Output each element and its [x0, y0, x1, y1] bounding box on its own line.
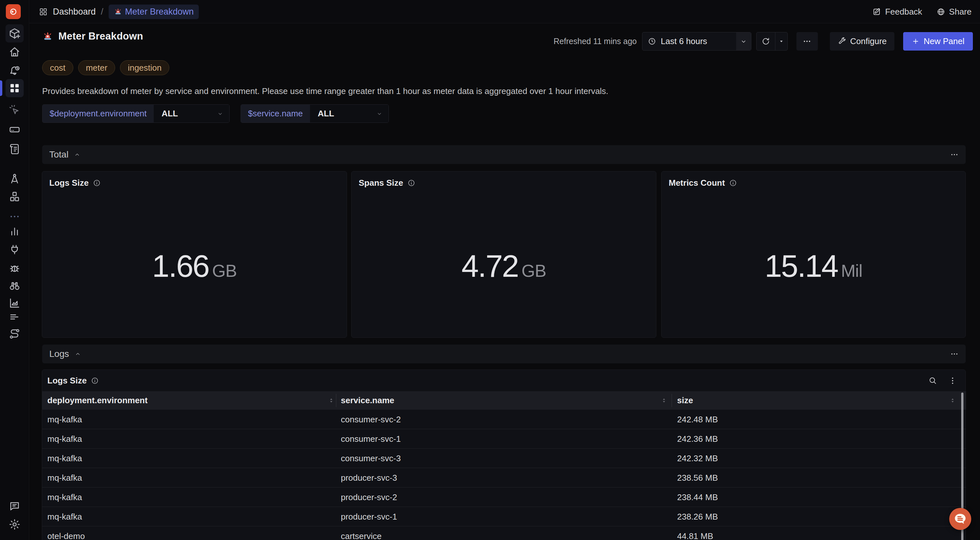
stat-number: 1.66 [152, 248, 209, 284]
section-total[interactable]: Total [42, 145, 966, 164]
table-row: mq-kafkaproducer-svc-3238.56 MB [42, 468, 966, 488]
clock-icon [648, 37, 656, 46]
dashboard-controls: Refreshed 11 mins ago Last 6 hours Confi… [554, 32, 973, 51]
sort-icon[interactable] [949, 397, 956, 404]
stat-number: 4.72 [461, 248, 518, 284]
variable-label: $deployment.environment [43, 105, 154, 122]
variable-select[interactable]: ALL [310, 105, 389, 122]
table-row: mq-kafkaconsumer-svc-2242.48 MB [42, 410, 966, 429]
stat-value: 1.66GB [152, 248, 237, 284]
table-row: mq-kafkaproducer-svc-1238.26 MB [42, 507, 966, 526]
dashboard-tags: costmeteringestion [42, 60, 169, 75]
sidebar-item-infrastructure[interactable] [5, 121, 24, 139]
search-icon[interactable] [928, 376, 937, 385]
section-logs[interactable]: Logs [42, 345, 966, 363]
sidebar-item-traces[interactable] [5, 101, 24, 119]
sidebar-item-apm[interactable] [5, 170, 24, 188]
stat-unit: Mil [841, 260, 862, 281]
column-header-deployment.environment[interactable]: deployment.environment [47, 391, 148, 410]
sidebar-item-logs[interactable] [5, 140, 24, 158]
table-cell-size: 242.36 MB [677, 429, 718, 449]
home-icon [8, 46, 21, 58]
tag-ingestion[interactable]: ingestion [120, 60, 169, 75]
stat-panel-metrics-count: Metrics Count15.14Mil [661, 171, 966, 338]
section-total-label: Total [49, 149, 68, 160]
signoz-logo[interactable] [6, 4, 21, 19]
stat-value: 15.14Mil [765, 248, 862, 284]
sidebar-item-settings[interactable] [5, 515, 24, 534]
sidebar-item-explorer[interactable] [5, 277, 24, 295]
sidebar-item-metrics[interactable] [5, 222, 24, 240]
sort-icon[interactable] [660, 397, 668, 404]
table-row: mq-kafkaproducer-svc-2238.44 MB [42, 488, 966, 507]
stat-panel-header: Logs Size [42, 172, 347, 188]
sidebar-item-pipelines[interactable] [5, 325, 24, 343]
sidebar-item-home[interactable] [5, 43, 24, 61]
kebab-menu-icon[interactable] [948, 376, 957, 385]
info-icon [91, 376, 99, 385]
sidebar-active-indicator [0, 80, 2, 96]
chevron-down-icon [217, 111, 223, 117]
configure-label: Configure [850, 36, 887, 46]
caret-down-icon [778, 38, 784, 44]
variable-group-1: $deployment.environmentALL [42, 104, 230, 123]
chevron-down-icon [376, 111, 383, 117]
package-plus-icon [8, 27, 21, 40]
table-row: mq-kafkaconsumer-svc-1242.36 MB [42, 429, 966, 449]
table-cell-size: 238.56 MB [677, 468, 718, 488]
sort-icon[interactable] [328, 397, 335, 404]
gear-icon [8, 518, 21, 530]
sidebar-item-billing[interactable] [5, 308, 24, 326]
table-cell-deployment.environment: otel-demo [47, 526, 85, 540]
chat-bubble-icon [953, 511, 968, 526]
new-panel-label: New Panel [924, 36, 964, 46]
sidebar-item-messaging-queues[interactable] [5, 188, 24, 206]
list-lines-icon [8, 311, 21, 323]
sidebar-item-integrations[interactable] [5, 240, 24, 259]
stat-panel-header: Spans Size [352, 172, 656, 188]
sidebar-item-exceptions[interactable] [5, 259, 24, 277]
sidebar-item-alerts[interactable] [5, 62, 24, 80]
refresh-interval-button[interactable] [775, 32, 788, 50]
variable-value: ALL [162, 109, 178, 119]
tag-meter[interactable]: meter [78, 60, 115, 75]
refresh-icon [761, 37, 770, 46]
refresh-button[interactable] [757, 32, 775, 50]
section-total-more-icon[interactable] [950, 150, 959, 159]
time-range-chevron[interactable] [736, 32, 751, 50]
feedback-button[interactable]: Feedback [872, 7, 922, 17]
table-cell-deployment.environment: mq-kafka [47, 410, 82, 429]
refreshed-status: Refreshed 11 mins ago [554, 37, 637, 46]
stat-panel-title: Logs Size [49, 178, 89, 188]
support-chat-widget[interactable] [949, 508, 971, 530]
dashboard-more-options-button[interactable] [797, 32, 818, 51]
column-header-size[interactable]: size [677, 391, 693, 410]
chevron-up-icon[interactable] [73, 151, 81, 158]
variable-value: ALL [318, 109, 334, 119]
variable-select[interactable]: ALL [154, 105, 229, 122]
top-navbar: Dashboard / Meter Breakdown Feedback Sha… [0, 0, 980, 23]
share-button[interactable]: Share [937, 7, 972, 17]
chevron-down-icon [740, 38, 747, 45]
signoz-eye-icon [8, 7, 18, 16]
sidebar-item-support[interactable] [5, 497, 24, 515]
binoculars-icon [8, 280, 21, 292]
sidebar-item-get-started[interactable] [5, 24, 24, 43]
time-range-select[interactable]: Last 6 hours [642, 32, 751, 51]
tag-cost[interactable]: cost [42, 60, 73, 75]
configure-button[interactable]: Configure [830, 32, 895, 51]
table-cell-deployment.environment: mq-kafka [47, 507, 82, 526]
new-panel-button[interactable]: New Panel [903, 32, 973, 51]
table-cell-deployment.environment: mq-kafka [47, 429, 82, 449]
column-header-service.name[interactable]: service.name [341, 391, 395, 410]
chevron-up-icon[interactable] [74, 350, 81, 357]
breadcrumb-dashboard-link[interactable]: Dashboard [53, 7, 95, 17]
column-divider [336, 394, 336, 407]
pointer-click-icon [8, 104, 21, 116]
stat-panel-spans-size: Spans Size4.72GB [351, 171, 656, 338]
breadcrumb-current-dashboard[interactable]: Meter Breakdown [109, 5, 199, 19]
section-logs-more-icon[interactable] [950, 350, 959, 358]
dashboard-variables: $deployment.environmentALL$service.nameA… [42, 104, 389, 123]
sidebar-item-dashboards[interactable] [5, 79, 24, 97]
sidebar [0, 0, 29, 540]
